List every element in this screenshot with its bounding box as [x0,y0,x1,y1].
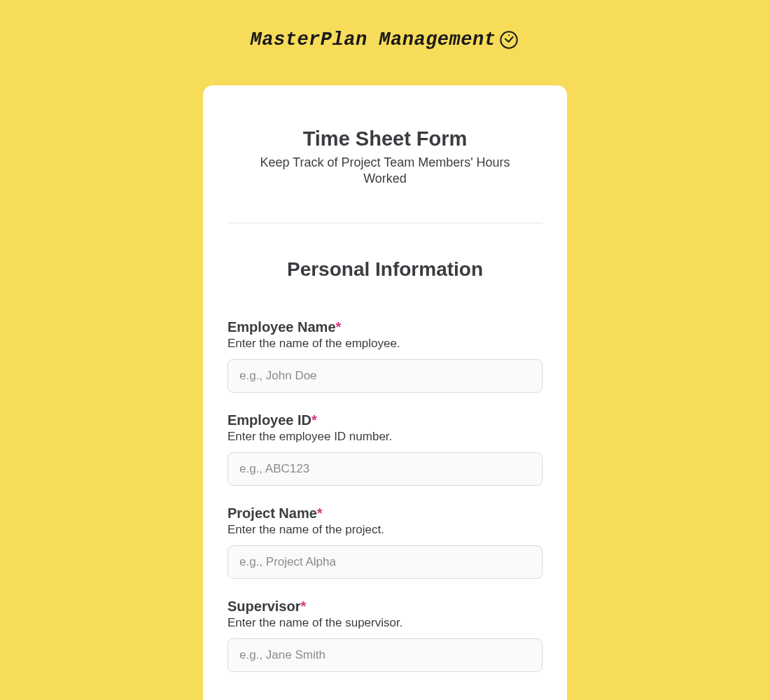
svg-point-0 [501,31,517,48]
employee-id-help: Enter the employee ID number. [227,430,542,444]
brand-header: MasterPlan Management [0,0,770,64]
employee-name-help: Enter the name of the employee. [227,337,542,351]
field-employee-name: Employee Name* Enter the name of the emp… [227,319,542,393]
employee-name-label: Employee Name* [227,319,542,335]
required-mark: * [312,412,317,428]
field-project-name: Project Name* Enter the name of the proj… [227,505,542,579]
form-card: Time Sheet Form Keep Track of Project Te… [203,85,567,700]
label-text: Project Name [227,505,317,521]
required-mark: * [336,319,342,335]
label-text: Employee Name [227,319,336,335]
supervisor-help: Enter the name of the supervisor. [227,616,542,630]
field-employee-id: Employee ID* Enter the employee ID numbe… [227,412,542,486]
section-title: Personal Information [227,258,542,281]
label-text: Employee ID [227,412,312,428]
project-name-input[interactable] [227,545,542,579]
employee-name-input[interactable] [227,359,542,393]
employee-id-input[interactable] [227,452,542,486]
label-text: Supervisor [227,598,300,614]
brand-inner: MasterPlan Management [251,29,520,50]
supervisor-input[interactable] [227,638,542,672]
required-mark: * [300,598,306,614]
project-name-help: Enter the name of the project. [227,523,542,537]
svg-point-1 [508,34,510,36]
field-supervisor: Supervisor* Enter the name of the superv… [227,598,542,672]
clock-icon [498,29,519,50]
employee-id-label: Employee ID* [227,412,542,428]
form-title: Time Sheet Form [227,127,542,150]
project-name-label: Project Name* [227,505,542,522]
required-mark: * [317,505,323,521]
form-subtitle: Keep Track of Project Team Members' Hour… [245,155,525,188]
supervisor-label: Supervisor* [227,598,542,615]
divider [227,223,542,223]
brand-title: MasterPlan Management [251,29,496,50]
